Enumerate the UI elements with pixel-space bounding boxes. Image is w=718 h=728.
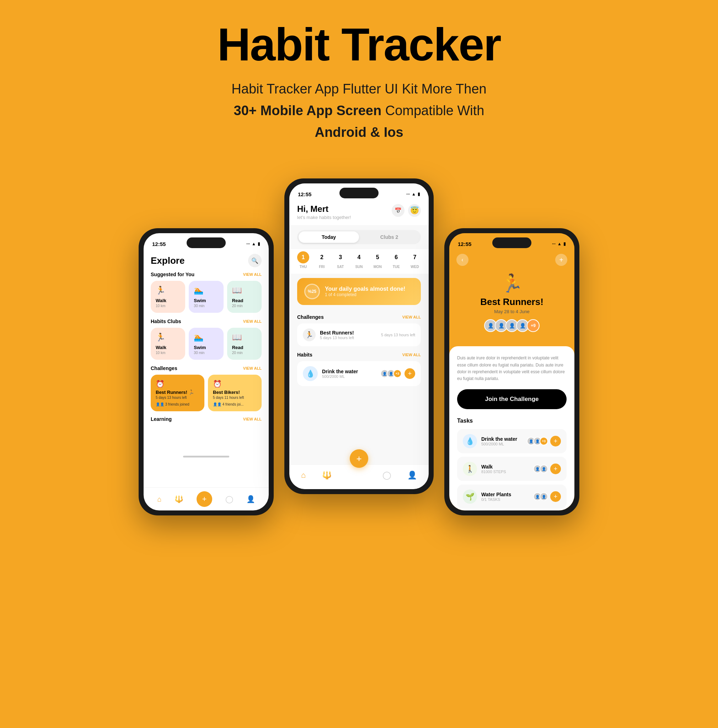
habit-card-read[interactable]: 📖 Read 20 min (227, 281, 261, 313)
task-plants-avatars: 👤 👤 (535, 492, 548, 501)
page-subtitle: Habit Tracker App Flutter UI Kit More Th… (217, 78, 501, 143)
notch-center (339, 188, 379, 198)
wifi-icon: ▲ (252, 242, 256, 246)
date-item-1[interactable]: 1 THU (297, 251, 309, 269)
plus-icon-right: + (559, 256, 564, 264)
date-item-4[interactable]: 4 SUN (353, 251, 365, 269)
tab-clubs[interactable]: Clubs 2 (359, 231, 419, 243)
habit-progress-water: 500/2000 ML (322, 374, 358, 379)
profile-nav-icon[interactable]: 👤 (246, 495, 255, 503)
challenge-row-runners[interactable]: 🏃 Best Runners! 5 days 13 hours left 5 d… (297, 323, 421, 346)
challenges-header-center: Challenges VIEW ALL (297, 314, 421, 323)
cd-avatar-row: 👤 👤 👤 👤 +9 (484, 319, 539, 332)
date-item-5[interactable]: 5 MON (371, 251, 383, 269)
add-habit-button[interactable]: + (405, 368, 415, 379)
suggested-section-header: Suggested for You VIEW ALL (144, 272, 269, 281)
home-indicator-left (183, 456, 229, 457)
suggested-cards-row: 🏃 Walk 10 km 🏊 Swim 30 min 📖 Read 20 min (144, 281, 269, 318)
cd-card: Duis aute irure dolor in reprehenderit i… (449, 346, 574, 511)
task-walk-sub: 81000 STEPS (481, 470, 506, 474)
clubs-view-all[interactable]: VIEW ALL (243, 319, 261, 323)
explore-nav-center[interactable]: 🔱 (322, 471, 332, 480)
cd-hero: 🏃 Best Runners! May 28 to 4 June 👤 👤 👤 👤… (449, 269, 574, 339)
calendar-icon[interactable]: 📅 (392, 204, 405, 217)
club-card-swim[interactable]: 🏊 Swim 30 min (189, 328, 223, 360)
task-row-walk[interactable]: 🚶 Walk 81000 STEPS 👤 👤 + (457, 457, 567, 481)
challenges-view-all[interactable]: VIEW ALL (243, 366, 261, 370)
date-num-4: 4 (353, 251, 365, 263)
task-walk-left: 🚶 Walk 81000 STEPS (463, 462, 506, 476)
home-nav-icon[interactable]: ⌂ (157, 495, 161, 503)
suggested-view-all[interactable]: VIEW ALL (243, 272, 261, 277)
task-walk-info: Walk 81000 STEPS (481, 464, 506, 474)
page-title: Habit Tracker (217, 21, 501, 67)
club-card-walk[interactable]: 🏃 Walk 10 km (151, 328, 185, 360)
join-challenge-button[interactable]: Join the Challenge (457, 389, 567, 409)
walk-sub: 10 km (156, 304, 180, 308)
date-num-1: 1 (297, 251, 309, 263)
water-icon-center: 💧 (303, 366, 318, 381)
habit-card-swim[interactable]: 🏊 Swim 30 min (189, 281, 223, 313)
challenge-card-bikers[interactable]: ⏰ Best Bikers! 5 days 11 hours left 👤👤 4… (208, 375, 261, 411)
add-water-task-button[interactable]: + (550, 436, 561, 447)
progress-sub: 1 of 4 completed (325, 292, 405, 297)
add-plants-task-button[interactable]: + (550, 491, 561, 502)
greeting-block: Hi, Mert let's make habits together! (297, 204, 351, 220)
read-name: Read (232, 298, 257, 303)
club-walk-icon: 🏃 (156, 333, 180, 342)
battery-icon: ▮ (258, 242, 260, 246)
runner-emoji: 🏃 (501, 273, 523, 294)
progress-pct: %25 (308, 289, 316, 294)
habit-row-water[interactable]: 💧 Drink the water 500/2000 ML 👤 👤 +3 + (297, 361, 421, 386)
task-walk-avatars: 👤 👤 (535, 465, 548, 473)
cd-description: Duis aute irure dolor in reprehenderit i… (457, 355, 567, 382)
task-water-icon: 💧 (463, 434, 477, 448)
suggested-title: Suggested for You (151, 272, 194, 277)
task-walk-icon: 🚶 (463, 462, 477, 476)
learning-view-all[interactable]: VIEW ALL (243, 417, 261, 421)
habit-card-walk[interactable]: 🏃 Walk 10 km (151, 281, 185, 313)
challenge-card-runners[interactable]: ⏰ Best Runners! 🏃 5 days 13 hours left 👤… (151, 375, 205, 411)
explore-nav-icon[interactable]: 🔱 (174, 495, 183, 503)
task-plants-name: Water Plants (481, 492, 511, 497)
challenge-runners-title: Best Runners! 🏃 (156, 390, 199, 395)
habits-view-all-center[interactable]: VIEW ALL (402, 353, 421, 357)
back-button[interactable]: ‹ (457, 254, 469, 266)
task-row-plants[interactable]: 🌱 Water Plants 0/1 TASKS 👤 👤 + (457, 485, 567, 509)
profile-nav-center[interactable]: 👤 (407, 471, 417, 480)
date-item-7[interactable]: 7 WED (409, 251, 421, 269)
search-button[interactable]: 🔍 (248, 254, 261, 267)
date-day-1: THU (299, 265, 307, 269)
challenges-view-all-center[interactable]: VIEW ALL (402, 315, 421, 319)
stats-nav-center[interactable]: ◯ (382, 471, 391, 480)
task-row-water[interactable]: 💧 Drink the water 500/2000 ML 👤 👤 +3 + (457, 429, 567, 453)
subtitle-bold: 30+ Mobile App Screen (234, 103, 382, 118)
club-swim-name: Swim (194, 345, 218, 350)
challenge-bikers-title: Best Bikers! (213, 390, 257, 395)
center-fab-button[interactable]: + (350, 449, 368, 468)
clubs-section-header: Habits Clubs VIEW ALL (144, 318, 269, 328)
bottom-nav-center: ⌂ 🔱 ◯ 👤 (289, 464, 429, 489)
add-walk-task-button[interactable]: + (550, 463, 561, 474)
tab-today[interactable]: Today (299, 231, 359, 243)
cd-plus-button[interactable]: + (555, 254, 567, 266)
clubs-cards-row: 🏃 Walk 10 km 🏊 Swim 30 min 📖 Read 20 min (144, 328, 269, 366)
page-header: Habit Tracker Habit Tracker App Flutter … (217, 21, 501, 143)
notch-right (492, 237, 532, 248)
progress-banner: %25 Your daily goals almost done! 1 of 4… (297, 278, 421, 305)
avatar-stack-water: 👤 👤 +3 (382, 369, 402, 378)
status-icons-left: ··· ▲ ▮ (246, 242, 260, 246)
date-item-3[interactable]: 3 SAT (335, 251, 347, 269)
club-card-read[interactable]: 📖 Read 20 min (227, 328, 261, 360)
learning-title: Learning (151, 416, 172, 422)
fab-button-left[interactable]: + (197, 491, 212, 507)
status-time-left: 12:55 (152, 241, 166, 247)
date-num-7: 7 (409, 251, 421, 263)
challenge-name-center: Best Runners! (320, 330, 354, 336)
home-nav-center[interactable]: ⌂ (301, 471, 306, 480)
date-item-2[interactable]: 2 FRI (316, 251, 328, 269)
date-item-6[interactable]: 6 TUE (390, 251, 402, 269)
cd-avatar-more: +9 (527, 319, 539, 332)
task-plants-sub: 0/1 TASKS (481, 497, 511, 502)
stats-nav-icon[interactable]: ◯ (225, 495, 233, 503)
